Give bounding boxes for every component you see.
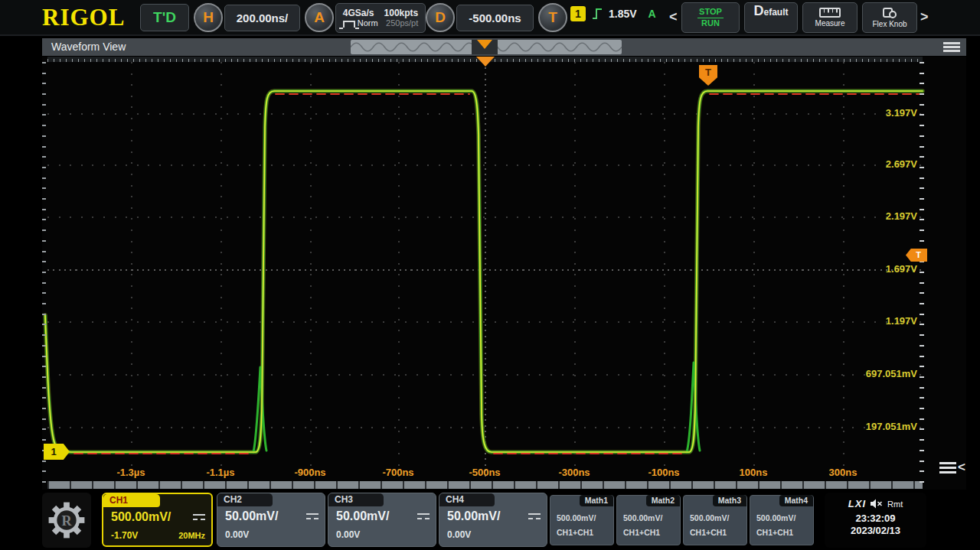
acq-mode: Norm xyxy=(343,18,378,28)
math2-tile[interactable]: Math2 500.00mV/ CH1+CH1 xyxy=(616,495,681,545)
math3-tile[interactable]: Math3 500.00mV/ CH1+CH1 xyxy=(683,495,747,545)
x-axis-label: 100ns xyxy=(727,467,780,478)
waveform-display: T T 1 3.197V 2.697V 2.197V 1.697V 1.197V… xyxy=(42,57,966,490)
x-axis-label: -300ns xyxy=(547,467,601,478)
math1-scale: 500.00mV/ xyxy=(557,513,596,522)
acquisition-info[interactable]: 4GSa/s Norm 100kpts 250ps/pt xyxy=(335,3,426,33)
x-axis-label: -500ns xyxy=(458,467,511,478)
x-axis-label: -100ns xyxy=(637,467,691,478)
channel-status-bar: R CH1 500.00mV/ -1.70V 20MHz CH2 xyxy=(0,490,980,550)
ch3-tab: CH3 xyxy=(328,493,384,506)
timebase-scrollbar[interactable] xyxy=(351,40,622,54)
bottom-tick-ruler xyxy=(47,481,923,489)
results-menu-icon[interactable]: < xyxy=(939,457,970,477)
stop-label: STOP xyxy=(697,7,724,18)
trace-green xyxy=(45,91,923,452)
math1-expression: CH1+CH1 xyxy=(557,528,593,537)
trace-yellow xyxy=(45,91,923,452)
ch3-offset: 0.00V xyxy=(336,529,360,540)
math1-tile[interactable]: Math1 500.00mV/ CH1+CH1 xyxy=(550,495,614,545)
math4-expression: CH1+CH1 xyxy=(756,528,793,537)
system-status-tile[interactable]: LXI Rmt 23:32:09 2023/02/13 xyxy=(825,493,926,548)
trigger-knob-button[interactable]: T xyxy=(538,3,567,32)
right-edge-ticks xyxy=(920,62,924,483)
settings-gear-button[interactable]: R xyxy=(42,493,91,548)
ch4-tile[interactable]: CH4 50.00mV/ 0.00V xyxy=(439,493,547,547)
x-axis-label: -700ns xyxy=(371,467,425,478)
ch1-scale: 500.00mV/ xyxy=(111,510,171,524)
math2-tab: Math2 xyxy=(646,495,680,506)
ch3-scale: 50.00mV/ xyxy=(336,509,389,523)
ch2-scale: 50.00mV/ xyxy=(225,509,278,523)
ch1-waveform-trace xyxy=(42,57,966,490)
y-axis-label: 1.697V xyxy=(848,263,917,275)
trigger-settings[interactable]: 1 1.85V A xyxy=(570,6,656,21)
ch3-tile[interactable]: CH3 50.00mV/ 0.00V xyxy=(328,493,436,547)
horizontal-delay-value[interactable]: -500.00ns xyxy=(456,5,534,31)
math3-tab: Math3 xyxy=(713,495,746,506)
system-time: 23:32:09 xyxy=(825,513,926,524)
muted-speaker-icon xyxy=(871,499,883,509)
left-edge-ticks xyxy=(42,62,46,483)
x-axis-label: -1.3µs xyxy=(104,467,158,478)
rising-edge-icon xyxy=(591,7,603,21)
view-title: Waveform View xyxy=(51,41,126,53)
horizontal-reference-marker[interactable] xyxy=(476,57,495,67)
flex-knob-button[interactable]: Flex Knob xyxy=(862,2,917,33)
scrollbar-position-marker[interactable] xyxy=(477,40,492,49)
top-toolbar: RIGOL T'D H 200.00ns/ A 4GSa/s Norm 100k… xyxy=(0,0,980,36)
sample-resolution: 250ps/pt xyxy=(386,18,418,28)
math1-tab: Math1 xyxy=(580,495,613,506)
svg-text:R: R xyxy=(61,513,72,529)
x-axis-label: -1.1µs xyxy=(194,467,247,478)
stop-run-button[interactable]: STOP RUN xyxy=(681,2,740,33)
waveform-view-bar: Waveform View xyxy=(42,38,966,56)
y-axis-label: 197.051mV xyxy=(848,421,917,432)
math4-tab: Math4 xyxy=(779,495,813,506)
horizontal-knob-button[interactable]: H xyxy=(194,3,223,32)
delay-knob-button[interactable]: D xyxy=(426,3,455,32)
dc-coupling-icon xyxy=(417,513,430,520)
square-wave-icon xyxy=(343,21,355,28)
trigger-level-value: 1.85V xyxy=(609,8,637,20)
trigger-sweep-auto: A xyxy=(648,8,656,20)
math4-tile[interactable]: Math4 500.00mV/ CH1+CH1 xyxy=(750,495,814,545)
oscilloscope-screen: RIGOL T'D H 200.00ns/ A 4GSa/s Norm 100k… xyxy=(0,0,980,550)
lxi-badge: LXI xyxy=(848,498,866,509)
y-axis-label: 3.197V xyxy=(848,107,917,119)
y-axis-label: 2.697V xyxy=(848,158,917,170)
measure-button[interactable]: Measure xyxy=(802,2,858,33)
default-label-initial: D xyxy=(753,3,763,19)
ch1-tile[interactable]: CH1 500.00mV/ -1.70V 20MHz xyxy=(102,493,213,547)
y-axis-label: 697.051mV xyxy=(848,368,917,379)
ruler-icon xyxy=(819,8,841,18)
memory-depth: 100kpts xyxy=(384,8,419,18)
trace-outline xyxy=(45,91,923,452)
rigol-logo: RIGOL xyxy=(42,4,125,31)
flex-knob-icon xyxy=(883,8,897,18)
ch4-scale: 50.00mV/ xyxy=(447,509,500,523)
horizontal-scale-value[interactable]: 200.00ns/ xyxy=(224,5,300,31)
toolbar-scroll-right-icon[interactable]: > xyxy=(920,9,929,25)
ch1-tab: CH1 xyxy=(103,494,160,507)
dc-coupling-icon xyxy=(193,513,205,521)
default-label-rest: efault xyxy=(763,7,788,18)
view-menu-icon[interactable] xyxy=(943,42,960,52)
y-axis-label: 2.197V xyxy=(848,210,917,222)
ch2-tab: CH2 xyxy=(217,493,273,506)
math3-expression: CH1+CH1 xyxy=(690,528,727,537)
remote-indicator: Rmt xyxy=(887,500,903,509)
flex-knob-label: Flex Knob xyxy=(872,20,906,28)
dc-coupling-icon xyxy=(306,513,318,520)
acquire-knob-button[interactable]: A xyxy=(305,3,334,32)
math2-expression: CH1+CH1 xyxy=(623,528,660,537)
run-label: RUN xyxy=(701,18,720,28)
default-button[interactable]: Default xyxy=(744,2,798,33)
toolbar-scroll-left-icon[interactable]: < xyxy=(669,9,678,25)
math2-scale: 500.00mV/ xyxy=(623,513,662,522)
ch1-bandwidth: 20MHz xyxy=(178,531,205,540)
y-axis-label: 1.197V xyxy=(848,315,917,327)
ch4-tab: CH4 xyxy=(439,493,495,506)
sample-rate: 4GSa/s xyxy=(343,8,374,18)
ch2-tile[interactable]: CH2 50.00mV/ 0.00V xyxy=(217,493,325,547)
